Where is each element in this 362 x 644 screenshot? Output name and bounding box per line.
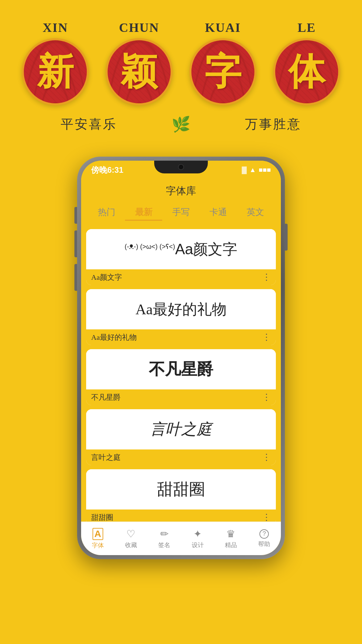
power-button (285, 224, 288, 251)
volume-mute-button (74, 207, 77, 224)
pinyin-kuai: KUAI (205, 20, 241, 35)
camera-dot (178, 164, 184, 170)
font-more-btn-3[interactable]: ⋮ (262, 392, 271, 402)
char-block-xin: XIN 新 (18, 20, 92, 105)
phone-screen: 傍晚6:31 ▓ ▲ ■■■ 字体库 热门 最新 手写 卡通 英文 (81, 161, 281, 555)
pinyin-chun: CHUN (119, 20, 159, 35)
blessing-row: 平安喜乐 🌿 万事胜意 (13, 115, 349, 133)
font-label-row-4: 言叶之庭 ⋮ (86, 449, 276, 465)
status-icons: ▓ ▲ ■■■ (242, 166, 271, 174)
nav-label-help: 帮助 (258, 540, 270, 548)
font-preview-2: Aa最好的礼物 (86, 289, 276, 329)
font-card-2[interactable]: Aa最好的礼物 Aa最好的礼物 ⋮ (86, 289, 276, 345)
tab-bar[interactable]: 热门 最新 手写 卡通 英文 (81, 201, 281, 226)
bottom-nav[interactable]: A 字体 ♡ 收藏 ✏ 签名 ✦ 设计 ♛ 精品 (81, 522, 281, 555)
char-chun: 颖 (121, 47, 158, 97)
premium-icon: ♛ (226, 528, 235, 540)
char-block-chun: CHUN 颖 (102, 20, 176, 105)
signal-icon: ■■■ (259, 166, 271, 174)
font-label-4: 言叶之庭 (91, 452, 121, 463)
font-card-1[interactable]: (-ᴥ-) (>ω<) (>ʕ<)Aa颜文字 Aa颜文字 ⋮ (86, 229, 276, 285)
char-block-le: LE 体 (270, 20, 344, 105)
nav-label-favorite: 收藏 (125, 541, 137, 549)
font-preview-text-2: Aa最好的礼物 (135, 300, 226, 319)
nav-help[interactable]: ? 帮助 (248, 529, 281, 548)
tab-hot[interactable]: 热门 (88, 205, 125, 221)
volume-down-button (74, 264, 77, 291)
tab-english[interactable]: 英文 (237, 205, 274, 221)
char-xin: 新 (37, 47, 74, 97)
font-label-row-2: Aa最好的礼物 ⋮ (86, 329, 276, 345)
font-more-btn-4[interactable]: ⋮ (262, 452, 271, 463)
nav-design[interactable]: ✦ 设计 (181, 528, 214, 549)
volume-up-button (74, 230, 77, 257)
app-header: 字体库 (81, 179, 281, 201)
font-label-row-1: Aa颜文字 ⋮ (86, 269, 276, 285)
battery-icon: ▓ (242, 166, 247, 174)
font-card-3[interactable]: 不凡星爵 不凡星爵 ⋮ (86, 349, 276, 405)
signature-icon: ✏ (160, 528, 169, 540)
help-icon: ? (259, 529, 269, 539)
blessing-left: 平安喜乐 (61, 116, 117, 133)
font-label-row-3: 不凡星爵 ⋮ (86, 389, 276, 405)
nav-label-font: 字体 (92, 541, 104, 549)
phone-wrapper: 傍晚6:31 ▓ ▲ ■■■ 字体库 热门 最新 手写 卡通 英文 (0, 157, 362, 559)
font-label-3: 不凡星爵 (91, 392, 121, 402)
font-preview-text-4: 言叶之庭 (150, 419, 212, 440)
circle-chun: 颖 (106, 38, 173, 105)
blessing-right: 万事胜意 (245, 116, 301, 133)
char-block-kuai: KUAI 字 (186, 20, 260, 105)
circle-le: 体 (273, 38, 340, 105)
app-title: 字体库 (166, 185, 196, 196)
nav-font[interactable]: A 字体 (81, 528, 114, 549)
font-preview-1: (-ᴥ-) (>ω<) (>ʕ<)Aa颜文字 (86, 229, 276, 269)
pinyin-row: XIN 新 CHUN 颖 KUAI 字 LE 体 (13, 20, 349, 105)
font-preview-4: 言叶之庭 (86, 409, 276, 449)
top-banner: XIN 新 CHUN 颖 KUAI 字 LE 体 (0, 0, 362, 143)
font-card-4[interactable]: 言叶之庭 言叶之庭 ⋮ (86, 409, 276, 465)
wifi-icon: ▲ (249, 166, 256, 174)
pinyin-le: LE (298, 20, 316, 35)
font-more-btn-1[interactable]: ⋮ (262, 272, 271, 282)
font-preview-3: 不凡星爵 (86, 349, 276, 389)
tab-cartoon[interactable]: 卡通 (200, 205, 237, 221)
circle-xin: 新 (22, 38, 89, 105)
font-label-5: 甜甜圈 (91, 513, 113, 523)
font-preview-text-5: 甜甜圈 (157, 479, 205, 500)
favorite-icon: ♡ (126, 528, 135, 540)
phone-outer: 傍晚6:31 ▓ ▲ ■■■ 字体库 热门 最新 手写 卡通 英文 (77, 157, 285, 559)
nav-label-design: 设计 (192, 541, 204, 549)
lotus-icon: 🌿 (172, 115, 190, 133)
design-icon: ✦ (193, 528, 202, 540)
char-le: 体 (288, 47, 325, 97)
nav-label-premium: 精品 (225, 541, 237, 549)
phone-notch (154, 161, 208, 173)
font-icon: A (93, 528, 103, 540)
font-preview-text-3: 不凡星爵 (149, 359, 213, 380)
font-preview-text-1: (-ᴥ-) (>ω<) (>ʕ<)Aa颜文字 (125, 239, 238, 259)
font-label-1: Aa颜文字 (91, 272, 122, 282)
font-more-btn-5[interactable]: ⋮ (262, 512, 271, 523)
nav-label-signature: 签名 (158, 541, 170, 549)
font-list: (-ᴥ-) (>ω<) (>ʕ<)Aa颜文字 Aa颜文字 ⋮ Aa最好的礼物 A… (81, 226, 281, 529)
nav-premium[interactable]: ♛ 精品 (214, 528, 247, 549)
char-kuai: 字 (204, 47, 241, 97)
nav-signature[interactable]: ✏ 签名 (148, 528, 181, 549)
tab-latest[interactable]: 最新 (125, 205, 162, 221)
pinyin-xin: XIN (43, 20, 68, 35)
tab-handwriting[interactable]: 手写 (162, 205, 199, 221)
font-more-btn-2[interactable]: ⋮ (262, 332, 271, 342)
status-time: 傍晚6:31 (91, 165, 123, 175)
font-card-5[interactable]: 甜甜圈 甜甜圈 ⋮ (86, 469, 276, 525)
font-label-2: Aa最好的礼物 (91, 332, 137, 342)
circle-kuai: 字 (189, 38, 256, 105)
nav-favorite[interactable]: ♡ 收藏 (114, 528, 147, 549)
font-preview-5: 甜甜圈 (86, 469, 276, 509)
